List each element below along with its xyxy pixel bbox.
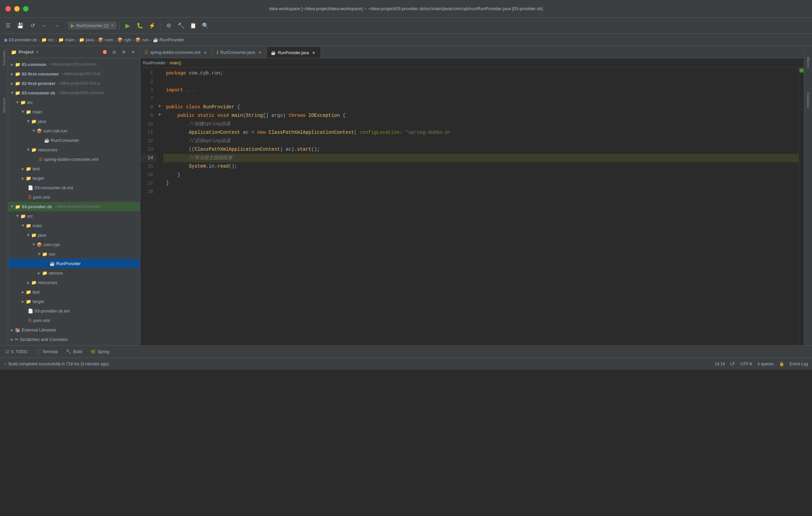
- tree-item-pom-consumer[interactable]: ☰ pom.xml: [8, 192, 140, 202]
- tab-RunConsumer[interactable]: J RunConsumer.java ✕: [212, 47, 267, 58]
- gutter-run-8[interactable]: ▶: [157, 102, 163, 110]
- favorites-label[interactable]: Favorites: [2, 49, 6, 67]
- close-button[interactable]: [5, 6, 11, 12]
- structure-label[interactable]: Structure: [2, 96, 6, 114]
- tree-item-scratches[interactable]: ▶ ✏ Scratches and Consoles: [8, 335, 140, 344]
- external-icon: 📚: [15, 327, 20, 332]
- tree-item-external-libs[interactable]: ▶ 📚 External Libraries: [8, 325, 140, 335]
- line-num-11: 11: [140, 128, 157, 137]
- tree-item-RunProvider[interactable]: ☕ RunProvider: [8, 259, 140, 268]
- run-button[interactable]: ▶: [122, 20, 133, 31]
- maximize-button[interactable]: [23, 6, 28, 12]
- tree-item-main-provider[interactable]: ▶ 📁 main: [8, 221, 140, 230]
- run-coverage-button[interactable]: ⚡: [147, 20, 158, 31]
- tree-item-target-provider[interactable]: ▶ 📁 target: [8, 297, 140, 306]
- tree-item-01-common[interactable]: ▶ 📁 01-common ~/idea-project/01-common: [8, 60, 140, 69]
- tab-close-button[interactable]: ✕: [257, 50, 262, 55]
- tree-item-com-cyb-run[interactable]: ▶ 📦 com.cyb.run: [8, 126, 140, 135]
- back-button[interactable]: ←: [39, 20, 50, 31]
- sidebar-hide[interactable]: ✕: [129, 48, 137, 56]
- search-button[interactable]: 🔍: [200, 20, 211, 31]
- tree-label: java: [38, 119, 46, 124]
- tree-item-src-consumer[interactable]: ▶ 📁 src: [8, 98, 140, 107]
- tree-item-resources-provider[interactable]: ▶ 📁 resources: [8, 278, 140, 287]
- nav-method[interactable]: main(): [170, 61, 181, 65]
- profile-button[interactable]: 📋: [188, 20, 199, 31]
- code-editor[interactable]: package com.cyb.run; import ... public c…: [163, 68, 798, 345]
- nav-class[interactable]: RunProvider: [143, 61, 166, 65]
- tree-item-provider-iml[interactable]: 📄 03-provider-zk.iml: [8, 306, 140, 316]
- tree-item-02-first-provider[interactable]: ▶ 📁 02-first-provider ~/idea-project/02-…: [8, 79, 140, 88]
- database-label[interactable]: Database: [806, 91, 810, 110]
- tree-item-src-provider[interactable]: ▶ 📁 src: [8, 211, 140, 221]
- maven-label[interactable]: Maven: [806, 56, 810, 69]
- tree-item-RunConsumer[interactable]: ☕ RunConsumer: [8, 135, 140, 145]
- tab-spring-xml[interactable]: ☰ spring-dubbo-consumer.xml ✕: [140, 47, 212, 58]
- tree-item-02-first-consumer[interactable]: ▶ 📁 02-first-consumer ~/idea-project/02-…: [8, 69, 140, 79]
- breadcrumb-cyb[interactable]: 📦 cyb: [117, 37, 131, 42]
- tree-item-com-cyb[interactable]: ▶ 📦 com.cyb: [8, 240, 140, 249]
- tree-item-service-pkg[interactable]: ▶ 📁 service: [8, 268, 140, 278]
- code-line-2: [163, 78, 798, 86]
- breadcrumb-java[interactable]: 📁 java: [79, 37, 94, 42]
- sidebar-title-dropdown[interactable]: ▼: [36, 50, 39, 54]
- minimize-button[interactable]: [14, 6, 20, 12]
- run-config-icon: ▶: [71, 23, 74, 28]
- save-button[interactable]: 💾: [15, 20, 26, 31]
- tree-item-consumer-iml[interactable]: 📄 03-consumer-zk.iml: [8, 183, 140, 192]
- tab-RunProvider[interactable]: ☕ RunProvider.java ✕: [267, 47, 321, 58]
- tab-close-button[interactable]: ✕: [202, 50, 208, 55]
- line-ending[interactable]: LF: [730, 362, 735, 366]
- sync-button[interactable]: ↺: [27, 20, 38, 31]
- tree-item-java-provider[interactable]: ▶ 📁 java: [8, 230, 140, 240]
- tree-item-resources-consumer[interactable]: ▶ 📁 resources: [8, 145, 140, 154]
- forward-button[interactable]: →: [52, 20, 62, 31]
- event-log[interactable]: Event Log: [790, 362, 808, 366]
- encoding[interactable]: UTF-8: [740, 362, 752, 366]
- folder-icon: 📁: [26, 299, 31, 304]
- tab-close-button[interactable]: ✕: [311, 50, 317, 56]
- gutter-empty-14: [157, 152, 163, 161]
- debug-button[interactable]: 🐛: [135, 20, 145, 31]
- arrow-icon: ▶: [27, 148, 31, 151]
- tree-label: pom.xml: [33, 318, 50, 323]
- settings-button[interactable]: ⚙: [163, 20, 174, 31]
- cursor-position[interactable]: 14:19: [715, 362, 725, 366]
- tree-item-pom-provider[interactable]: ☰ pom.xml: [8, 316, 140, 325]
- tree-item-run-pkg[interactable]: ▶ 📁 run: [8, 249, 140, 259]
- project-icon[interactable]: ☰: [3, 20, 14, 31]
- gutter-run-9[interactable]: ▶: [157, 110, 163, 119]
- bottom-tab-todo[interactable]: ☑ 6: TODO: [1, 346, 32, 357]
- breadcrumb-src[interactable]: 📁 src: [41, 37, 54, 42]
- tree-item-main-consumer[interactable]: ▶ 📁 main: [8, 107, 140, 116]
- bottom-tab-build[interactable]: 🔨 Build: [62, 346, 86, 357]
- line-num-9: 9: [140, 111, 157, 120]
- tree-item-java-consumer[interactable]: ▶ 📁 java: [8, 116, 140, 126]
- run-config-selector[interactable]: ▶ RunConsumer (1) ▼: [68, 22, 117, 29]
- breadcrumb-com[interactable]: 📦 com: [98, 37, 113, 42]
- breadcrumb-file[interactable]: ☕ RunProvider: [153, 37, 184, 42]
- tree-item-test-consumer[interactable]: ▶ 📁 test: [8, 164, 140, 173]
- arrow-icon: ▶: [32, 129, 36, 132]
- tree-item-target-consumer[interactable]: ▶ 📁 target: [8, 173, 140, 183]
- build-button[interactable]: 🔨: [176, 20, 186, 31]
- scratch-icon: ✏: [15, 337, 19, 342]
- tree-item-test-provider[interactable]: ▶ 📁 test: [8, 287, 140, 297]
- window-controls[interactable]: [5, 6, 28, 12]
- bottom-tab-spring[interactable]: 🌿 Spring: [86, 346, 114, 357]
- breadcrumb-module[interactable]: ◼ 03-provider-zk: [4, 37, 37, 42]
- arrow-icon: ▶: [27, 120, 31, 123]
- editor-area[interactable]: 1 2 3 7 8 9 10 11 12 13 14 15 16 17 18: [140, 68, 804, 345]
- indent[interactable]: 4 spaces: [757, 362, 774, 366]
- code-line-7: [163, 94, 798, 103]
- bottom-tab-terminal[interactable]: ⬛ Terminal: [32, 346, 62, 357]
- tree-item-03-consumer-zk[interactable]: ▶ 📁 03-consumer-zk ~/idea-project/03-con…: [8, 88, 140, 98]
- tree-item-03-provider-zk[interactable]: ▶ 📁 03-provider-zk ~/idea-project/03-pro…: [8, 202, 140, 211]
- sidebar-collapse-all[interactable]: ⊟: [110, 48, 118, 56]
- sidebar-settings[interactable]: ⚙: [120, 48, 128, 56]
- sidebar-scroll-to-source[interactable]: 🎯: [101, 48, 109, 56]
- breadcrumb-run[interactable]: 📦 run: [135, 37, 148, 42]
- tree-item-spring-xml[interactable]: ☰ spring-dubbo-consumer.xml: [8, 154, 140, 164]
- main-toolbar: ☰ 💾 ↺ ← → ▶ RunConsumer (1) ▼ ▶ 🐛 ⚡ ⚙ 🔨 …: [0, 18, 812, 34]
- breadcrumb-main[interactable]: 📁 main: [58, 37, 75, 42]
